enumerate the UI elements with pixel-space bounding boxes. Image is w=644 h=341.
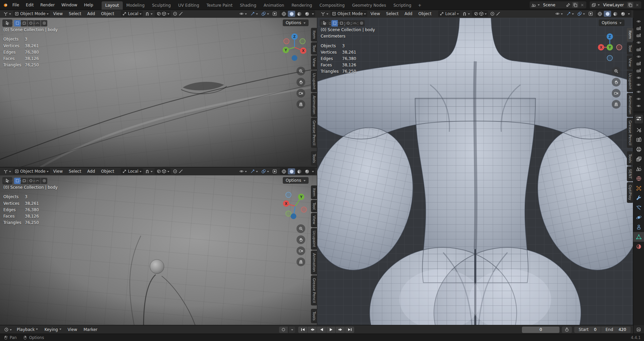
properties-tab-constraints[interactable] (633, 222, 644, 232)
properties-tab-output[interactable] (633, 145, 644, 154)
sidebar-tab-ucupaint[interactable]: Ucupaint (311, 70, 317, 92)
select-mode-3[interactable] (28, 20, 34, 26)
timeline-marker-menu[interactable]: Marker (81, 327, 100, 333)
view-menu[interactable]: View (368, 11, 383, 17)
xray-toggle[interactable] (271, 11, 278, 17)
frame-start-field[interactable]: Start0 (574, 327, 601, 333)
object-type-visibility-button[interactable] (238, 11, 248, 17)
new-scene-button[interactable] (572, 2, 578, 8)
sidebar-tab-tool[interactable]: Tool (627, 42, 633, 55)
zoom-icon[interactable] (297, 67, 305, 75)
proportional-falloff-button[interactable] (171, 11, 184, 17)
sidebar-tab-sent[interactable]: SENT (627, 166, 633, 181)
select-menu[interactable]: Select (383, 11, 401, 17)
select-mode-4[interactable] (352, 20, 358, 26)
show-gizmo-button[interactable] (565, 11, 575, 17)
select-mode-3[interactable] (345, 20, 351, 26)
sidebar-tab-item[interactable]: Item (627, 28, 633, 42)
show-overlays-button[interactable] (576, 11, 586, 17)
shading-material-button[interactable] (611, 11, 619, 17)
properties-tab-tool[interactable] (633, 125, 644, 135)
play-reverse-button[interactable] (317, 327, 326, 333)
play-button[interactable] (326, 327, 335, 333)
select-mode-5[interactable] (358, 20, 365, 26)
snapping-button[interactable] (144, 168, 154, 174)
proportional-editing-button[interactable] (155, 11, 171, 17)
proportional-editing-button[interactable] (155, 168, 171, 174)
zoom-icon[interactable] (612, 67, 621, 75)
add-workspace-button[interactable]: + (415, 1, 424, 10)
sidebar-tab-tools[interactable]: Tools (311, 309, 317, 323)
active-tool-button[interactable] (2, 19, 12, 27)
menu-help[interactable]: Help (81, 2, 96, 8)
eye-icon[interactable] (636, 104, 641, 109)
menu-window[interactable]: Window (58, 2, 80, 8)
camera-view-icon[interactable] (297, 246, 305, 255)
shading-material-button[interactable] (296, 168, 303, 174)
properties-tab-scene[interactable] (633, 164, 644, 174)
image-editor-type-icon[interactable] (633, 325, 644, 334)
object-menu[interactable]: Object (416, 11, 434, 17)
pan-hand-icon[interactable] (612, 78, 621, 87)
object-menu[interactable]: Object (98, 11, 117, 17)
shading-rendered-button[interactable] (619, 11, 627, 17)
transform-orientation-select[interactable]: Local (121, 168, 143, 174)
properties-tab-world[interactable] (633, 174, 644, 183)
properties-tab-material[interactable] (633, 242, 644, 251)
axis-neg-x-ball[interactable] (284, 39, 289, 44)
jump-to-next-keyframe-button[interactable] (336, 327, 345, 333)
properties-tab-modifiers[interactable] (633, 193, 644, 203)
navigation-gizmo[interactable]: Z Y X (282, 33, 308, 65)
select-mode-1[interactable] (14, 20, 20, 26)
eye-icon[interactable] (636, 19, 641, 24)
pan-hand-icon[interactable] (297, 235, 305, 244)
add-menu[interactable]: Add (85, 11, 98, 17)
viewport-canvas-bottom-left[interactable]: Options User Perspective (0) Scene Colle… (0, 175, 317, 325)
editor-type-button[interactable] (2, 168, 12, 174)
active-tool-button[interactable] (2, 177, 12, 184)
editor-type-button[interactable] (2, 11, 12, 17)
select-mode-2[interactable] (21, 178, 27, 184)
eye-icon[interactable] (636, 75, 641, 80)
menu-edit[interactable]: Edit (23, 2, 37, 8)
sidebar-tab-animation[interactable]: Animation (311, 93, 317, 117)
select-mode-4[interactable] (34, 178, 41, 184)
snapping-button[interactable] (461, 11, 471, 17)
select-mode-1[interactable] (331, 20, 338, 26)
proportional-falloff-button[interactable] (489, 11, 502, 17)
scene-browse-button[interactable] (531, 2, 537, 8)
menu-file[interactable]: File (9, 2, 22, 8)
eye-icon[interactable] (636, 82, 641, 88)
camera-x-icon[interactable] (636, 47, 641, 52)
auto-keying-toggle[interactable] (279, 327, 288, 333)
axis-z-ball[interactable] (291, 214, 297, 219)
playback-menu[interactable]: Playback (14, 327, 41, 333)
properties-tab-render[interactable] (633, 135, 644, 145)
eye-icon[interactable] (636, 97, 641, 102)
shading-wireframe-button[interactable] (280, 168, 287, 174)
mode-select[interactable]: Object Mode (330, 11, 367, 17)
eye-icon[interactable] (636, 54, 641, 59)
workspace-tab-layout[interactable]: Layout (102, 1, 123, 10)
shading-solid-button[interactable] (288, 11, 295, 17)
options-dropdown[interactable]: Options (283, 177, 309, 184)
sidebar-tab-item[interactable]: Item (311, 185, 317, 199)
jump-to-prev-keyframe-button[interactable] (308, 327, 317, 333)
keying-menu[interactable]: Keying (42, 327, 64, 333)
timeline-editor-type-button[interactable] (3, 327, 13, 333)
workspace-tab-shading[interactable]: Shading (236, 1, 260, 10)
axis-neg-z-ball[interactable] (292, 55, 298, 61)
options-dropdown[interactable]: Options (599, 19, 625, 26)
xray-toggle[interactable] (587, 11, 594, 17)
add-menu[interactable]: Add (402, 11, 415, 17)
workspace-tab-compositing[interactable]: Compositing (316, 1, 348, 10)
sidebar-tab-view[interactable]: View (311, 213, 317, 227)
snapping-button[interactable] (144, 11, 154, 17)
frame-end-field[interactable]: End420 (601, 327, 631, 333)
show-gizmo-button[interactable] (249, 11, 259, 17)
sidebar-tab-grease-pencil[interactable]: Grease Pencil (311, 275, 317, 305)
object-type-visibility-button[interactable] (554, 11, 564, 17)
sidebar-tab-view[interactable]: View (311, 55, 317, 69)
camera-x-icon[interactable] (636, 26, 641, 31)
sidebar-tab-animation[interactable]: Animation (311, 250, 317, 275)
